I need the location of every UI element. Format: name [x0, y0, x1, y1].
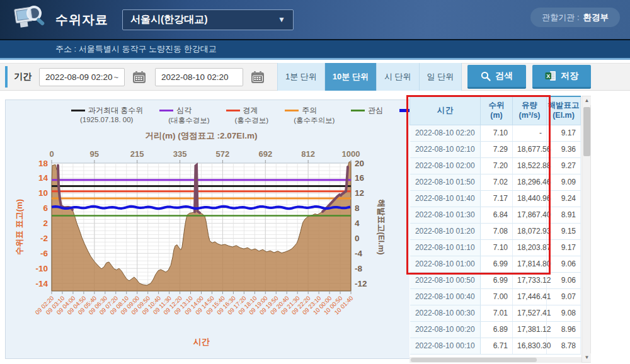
- agency-label: 관할기관 :: [542, 12, 579, 23]
- chevron-down-icon: ▼: [278, 15, 285, 24]
- svg-text:6: 6: [43, 203, 48, 213]
- legend-item-1: 심각(대홍수경보): [159, 105, 209, 125]
- cell-value: 8.78: [547, 338, 581, 354]
- cell-time: 2022-08-10 02:00: [410, 157, 481, 174]
- legend-swatch: [159, 110, 173, 111]
- table-row[interactable]: 2022-08-10 01:507.0218,296.469.09: [410, 174, 581, 190]
- cell-value: 6.84: [481, 207, 513, 223]
- cell-value: 7.02: [481, 174, 513, 190]
- cell-value: 9.24: [547, 190, 581, 207]
- calendar-from-button[interactable]: [130, 69, 147, 85]
- water-level-app: 수위자료 서울시(한강대교) ▼ 관할기관 : 환경부 주소 : 서울특별시 동…: [0, 0, 630, 364]
- table-vertical-scrollbar[interactable]: ▲ ▼: [581, 96, 591, 363]
- calendar-icon: [132, 71, 146, 84]
- unit-button-0[interactable]: 1분 단위: [277, 63, 324, 91]
- cell-time: 2022-08-10 01:20: [410, 223, 481, 239]
- cell-time: 2022-08-10 00:10: [410, 338, 481, 354]
- svg-text:-12: -12: [355, 279, 367, 288]
- cell-value: 16,830.30: [513, 338, 547, 354]
- search-icon: [481, 71, 491, 81]
- scroll-up-arrow-icon[interactable]: ▲: [583, 96, 591, 105]
- cell-value: 6.99: [481, 272, 513, 288]
- svg-text:시간: 시간: [193, 337, 210, 346]
- scrollbar-thumb[interactable]: [583, 107, 590, 156]
- scroll-down-arrow-icon[interactable]: ▼: [583, 353, 591, 362]
- excel-icon: X: [545, 71, 556, 81]
- table-row[interactable]: 2022-08-10 01:006.9917,814.809.06: [410, 256, 581, 272]
- table-row[interactable]: 2022-08-10 00:106.7116,830.308.78: [410, 338, 581, 354]
- table-row[interactable]: 2022-08-10 02:107.2918,677.569.36: [410, 141, 581, 157]
- svg-text:20: 20: [355, 159, 364, 168]
- cell-value: 6.99: [481, 256, 513, 272]
- cell-value: 17,867.40: [513, 207, 547, 223]
- cell-time: 2022-08-10 00:20: [410, 321, 481, 338]
- date-to-input[interactable]: 2022-08-10 02:20: [155, 68, 243, 86]
- cell-value: 18,677.56: [513, 141, 547, 157]
- cell-value: 7.29: [481, 141, 513, 157]
- svg-text:18: 18: [38, 159, 49, 168]
- table-row[interactable]: 2022-08-10 00:206.8917,381.128.96: [410, 321, 581, 338]
- cell-time: 2022-08-10 00:40: [410, 288, 481, 305]
- svg-text:X: X: [546, 73, 550, 79]
- cell-value: 8.91: [547, 207, 581, 223]
- cell-value: 18,072.93: [513, 223, 547, 239]
- table-row[interactable]: 2022-08-10 02:007.2018,522.889.27: [410, 157, 581, 174]
- data-table: 시간수위(m)유량(m³/s)해발표고(El.m)2022-08-10 02:2…: [410, 96, 580, 363]
- calendar-to-button[interactable]: [249, 69, 266, 85]
- cell-value: 17,381.12: [513, 321, 547, 338]
- cell-value: 9.06: [547, 256, 581, 272]
- save-button-label: 저장: [561, 71, 578, 82]
- date-from-input[interactable]: 2022-08-09 02:20 ~: [39, 68, 125, 86]
- svg-text:95: 95: [90, 149, 99, 159]
- legend-swatch: [351, 110, 365, 111]
- hscrollbar-thumb[interactable]: [411, 358, 537, 362]
- table-row[interactable]: 2022-08-10 00:407.0017,446.419.07: [410, 288, 581, 305]
- svg-text:8: 8: [355, 203, 360, 213]
- chart-panel: 과거최대 홍수위(1925.07.18. 00)심각(대홍수경보)경계(홍수경보…: [5, 100, 411, 359]
- station-select[interactable]: 서울시(한강대교) ▼: [122, 9, 294, 30]
- table-row[interactable]: 2022-08-10 01:407.1718,440.969.24: [410, 190, 581, 207]
- svg-text:10: 10: [38, 188, 48, 198]
- svg-text:572: 572: [216, 149, 230, 159]
- table-row[interactable]: 2022-08-10 01:107.1018,203.879.17: [410, 239, 581, 256]
- legend-item-2: 경계(홍수경보): [226, 105, 269, 125]
- table-row[interactable]: 2022-08-10 02:207.10-9.17: [410, 125, 581, 141]
- table-row[interactable]: 2022-08-10 01:306.8417,867.408.91: [410, 207, 581, 223]
- table-header-1: 수위(m): [481, 96, 513, 125]
- table-row[interactable]: 2022-08-10 01:207.0818,072.939.15: [410, 223, 581, 239]
- svg-text:16: 16: [355, 173, 365, 183]
- table-row[interactable]: 2022-08-10 00:307.0117,527.419.08: [410, 305, 581, 321]
- search-button[interactable]: 검색: [467, 65, 526, 89]
- cell-value: 7.10: [481, 125, 513, 141]
- svg-text:0: 0: [49, 149, 54, 159]
- legend-item-4: 관심: [351, 105, 383, 125]
- svg-text:335: 335: [173, 149, 187, 159]
- svg-text:0: 0: [355, 234, 360, 243]
- save-button[interactable]: X 저장: [532, 65, 591, 89]
- cell-value: 17,527.41: [513, 305, 547, 321]
- unit-button-3[interactable]: 일 단위: [419, 63, 462, 91]
- cell-time: 2022-08-10 02:10: [410, 141, 481, 157]
- cell-value: 9.09: [547, 174, 581, 190]
- cell-time: 2022-08-10 02:20: [410, 125, 481, 141]
- cell-value: 9.15: [547, 223, 581, 239]
- svg-text:-8: -8: [355, 264, 362, 273]
- svg-text:-6: -6: [40, 249, 48, 258]
- table-header-2: 유량(m³/s): [513, 96, 547, 125]
- svg-text:수위표 표고(m): 수위표 표고(m): [14, 199, 24, 255]
- cell-value: 18,203.87: [513, 239, 547, 256]
- unit-button-1[interactable]: 10분 단위: [324, 63, 376, 91]
- svg-text:거리(m) (영점표고 :2.07El.m): 거리(m) (영점표고 :2.07El.m): [146, 131, 258, 140]
- svg-text:-10: -10: [35, 264, 48, 273]
- table-header-3: 해발표고(El.m): [547, 96, 581, 125]
- cell-value: 7.08: [481, 223, 513, 239]
- cell-value: 17,814.80: [513, 256, 547, 272]
- unit-button-2[interactable]: 시 단위: [376, 63, 419, 91]
- period-label: 기간: [14, 71, 32, 82]
- table-horizontal-scrollbar[interactable]: [410, 357, 581, 363]
- table-row[interactable]: 2022-08-10 00:506.9917,733.129.06: [410, 272, 581, 288]
- date-from-value: 2022-08-09 02:20: [45, 72, 113, 82]
- unit-button-group: 1분 단위10분 단위시 단위일 단위: [277, 63, 462, 91]
- cell-value: 6.71: [481, 338, 513, 354]
- cell-time: 2022-08-10 01:00: [410, 256, 481, 272]
